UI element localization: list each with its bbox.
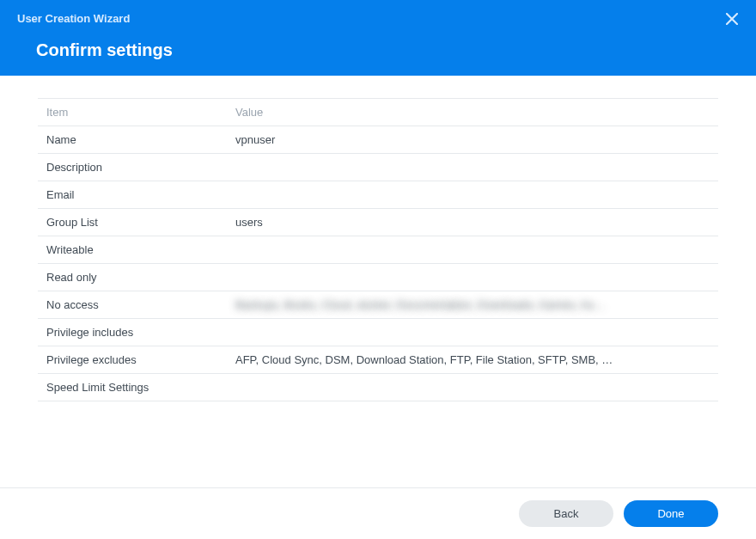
table-row: Speed Limit Settings xyxy=(38,374,718,401)
wizard-header: User Creation Wizard Confirm settings xyxy=(0,0,756,76)
row-item-label: Writeable xyxy=(38,236,227,264)
back-button[interactable]: Back xyxy=(519,500,613,527)
settings-table: Item Value NamevpnuserDescriptionEmailGr… xyxy=(38,98,718,401)
row-spacer xyxy=(701,264,718,291)
done-button[interactable]: Done xyxy=(624,500,718,527)
row-spacer xyxy=(701,126,718,154)
row-spacer xyxy=(701,319,718,346)
row-spacer xyxy=(701,181,718,209)
row-item-value xyxy=(227,264,701,291)
row-spacer xyxy=(701,346,718,374)
wizard-footer: Back Done xyxy=(0,487,756,539)
row-item-value: AFP, Cloud Sync, DSM, Download Station, … xyxy=(227,346,701,374)
row-item-value xyxy=(227,154,701,181)
row-spacer xyxy=(701,209,718,236)
close-button[interactable] xyxy=(723,10,741,28)
row-item-value xyxy=(227,374,701,401)
table-row: Email xyxy=(38,181,718,209)
row-item-label: Read only xyxy=(38,264,227,291)
table-row: Group Listusers xyxy=(38,209,718,236)
row-item-value: Backups, Books, Cloud, docker, Documenta… xyxy=(227,291,701,319)
close-icon xyxy=(726,13,738,25)
row-item-value xyxy=(227,319,701,346)
table-row: Namevpnuser xyxy=(38,126,718,154)
row-item-label: Description xyxy=(38,154,227,181)
row-spacer xyxy=(701,291,718,319)
column-header-item: Item xyxy=(38,99,227,126)
table-row: Privilege includes xyxy=(38,319,718,346)
row-item-label: Name xyxy=(38,126,227,154)
column-header-value: Value xyxy=(227,99,701,126)
row-item-value xyxy=(227,181,701,209)
wizard-step-title: Confirm settings xyxy=(36,40,739,60)
wizard-content: Item Value NamevpnuserDescriptionEmailGr… xyxy=(0,76,756,487)
column-header-spacer xyxy=(701,99,718,126)
row-spacer xyxy=(701,154,718,181)
table-row: Privilege excludesAFP, Cloud Sync, DSM, … xyxy=(38,346,718,374)
row-item-label: Email xyxy=(38,181,227,209)
row-item-value: users xyxy=(227,209,701,236)
table-header-row: Item Value xyxy=(38,99,718,126)
table-row: Description xyxy=(38,154,718,181)
table-row: No accessBackups, Books, Cloud, docker, … xyxy=(38,291,718,319)
row-item-value: vpnuser xyxy=(227,126,701,154)
table-row: Writeable xyxy=(38,236,718,264)
row-item-label: Privilege includes xyxy=(38,319,227,346)
table-row: Read only xyxy=(38,264,718,291)
row-item-value xyxy=(227,236,701,264)
wizard-title: User Creation Wizard xyxy=(17,12,739,25)
row-spacer xyxy=(701,236,718,264)
row-item-label: Group List xyxy=(38,209,227,236)
row-spacer xyxy=(701,374,718,401)
row-item-label: Speed Limit Settings xyxy=(38,374,227,401)
row-item-label: No access xyxy=(38,291,227,319)
row-item-label: Privilege excludes xyxy=(38,346,227,374)
